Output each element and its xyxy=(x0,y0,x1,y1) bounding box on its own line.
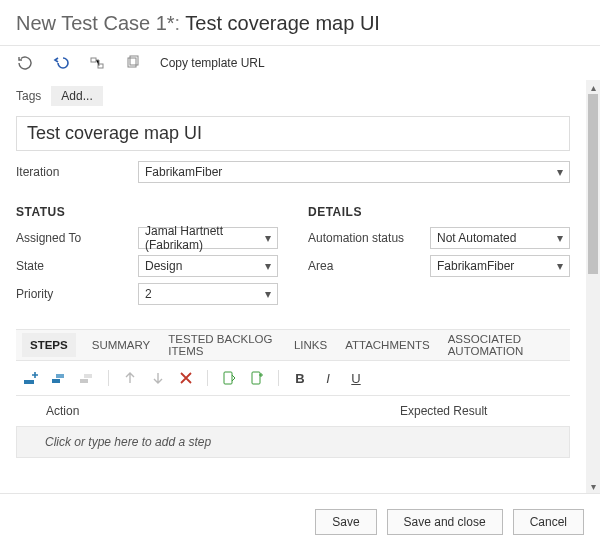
svg-rect-10 xyxy=(252,372,260,384)
iteration-label: Iteration xyxy=(16,165,138,179)
tags-row: Tags Add... xyxy=(16,80,570,116)
link-item-icon[interactable] xyxy=(88,54,106,72)
chevron-down-icon: ▾ xyxy=(557,259,563,273)
underline-icon[interactable]: U xyxy=(347,369,365,387)
toolbar-separator xyxy=(207,370,208,386)
add-tag-button[interactable]: Add... xyxy=(51,86,102,106)
automation-status-select[interactable]: Not Automated ▾ xyxy=(430,227,570,249)
svg-rect-6 xyxy=(56,374,64,378)
tab-automation[interactable]: ASSOCIATED AUTOMATION xyxy=(446,327,564,363)
steps-columns: Action Expected Result xyxy=(16,396,570,426)
cancel-button[interactable]: Cancel xyxy=(513,509,584,535)
priority-label: Priority xyxy=(16,287,138,301)
chevron-down-icon: ▾ xyxy=(557,231,563,245)
svg-rect-9 xyxy=(224,372,232,384)
copy-template-link[interactable]: Copy template URL xyxy=(160,56,265,70)
insert-shared-step-icon[interactable] xyxy=(50,369,68,387)
chevron-down-icon: ▾ xyxy=(557,165,563,179)
svg-rect-2 xyxy=(128,58,136,67)
delete-step-icon[interactable] xyxy=(177,369,195,387)
tab-links[interactable]: LINKS xyxy=(292,333,329,357)
footer: Save Save and close Cancel xyxy=(0,493,600,549)
top-toolbar: Copy template URL xyxy=(0,46,600,80)
svg-rect-7 xyxy=(80,379,88,383)
area-select[interactable]: FabrikamFiber ▾ xyxy=(430,255,570,277)
save-button[interactable]: Save xyxy=(315,509,376,535)
italic-icon[interactable]: I xyxy=(319,369,337,387)
details-heading: DETAILS xyxy=(308,205,570,219)
svg-rect-0 xyxy=(91,58,96,62)
move-down-icon[interactable] xyxy=(149,369,167,387)
attach-file-icon[interactable] xyxy=(220,369,238,387)
scroll-up-icon[interactable]: ▴ xyxy=(586,80,600,94)
svg-rect-5 xyxy=(52,379,60,383)
toolbar-separator xyxy=(278,370,279,386)
automation-status-value: Not Automated xyxy=(437,231,516,245)
chevron-down-icon: ▾ xyxy=(265,259,271,273)
tab-tested-backlog[interactable]: TESTED BACKLOG ITEMS xyxy=(166,327,278,363)
priority-value: 2 xyxy=(145,287,152,301)
insert-param-step-icon[interactable] xyxy=(78,369,96,387)
main-panel: Tags Add... Iteration FabrikamFiber ▾ ST… xyxy=(0,80,586,493)
automation-status-label: Automation status xyxy=(308,231,430,245)
svg-rect-3 xyxy=(130,56,138,65)
column-action: Action xyxy=(46,404,400,418)
title-separator: : xyxy=(175,12,186,34)
vertical-scrollbar[interactable]: ▴ ▾ xyxy=(586,80,600,493)
title-input[interactable] xyxy=(16,116,570,151)
state-value: Design xyxy=(145,259,182,273)
tab-strip: STEPS SUMMARY TESTED BACKLOG ITEMS LINKS… xyxy=(16,329,570,361)
add-attachment-icon[interactable] xyxy=(248,369,266,387)
chevron-down-icon: ▾ xyxy=(265,287,271,301)
tags-label: Tags xyxy=(16,89,41,103)
status-heading: STATUS xyxy=(16,205,278,219)
iteration-value: FabrikamFiber xyxy=(145,165,222,179)
status-section: STATUS Assigned To Jamal Hartnett (Fabri… xyxy=(16,205,278,311)
refresh-icon[interactable] xyxy=(16,54,34,72)
scroll-track[interactable] xyxy=(586,94,600,479)
svg-rect-4 xyxy=(24,380,34,384)
details-section: DETAILS Automation status Not Automated … xyxy=(308,205,570,311)
assigned-to-label: Assigned To xyxy=(16,231,138,245)
scroll-thumb[interactable] xyxy=(588,94,598,274)
header: New Test Case 1*: Test coverage map UI xyxy=(0,0,600,43)
svg-rect-8 xyxy=(84,374,92,378)
insert-step-icon[interactable] xyxy=(22,369,40,387)
state-label: State xyxy=(16,259,138,273)
scroll-down-icon[interactable]: ▾ xyxy=(586,479,600,493)
steps-toolbar: B I U xyxy=(16,361,570,396)
move-up-icon[interactable] xyxy=(121,369,139,387)
iteration-row: Iteration FabrikamFiber ▾ xyxy=(16,161,570,183)
copy-icon[interactable] xyxy=(124,54,142,72)
work-item-id: New Test Case 1* xyxy=(16,12,175,34)
column-expected: Expected Result xyxy=(400,404,560,418)
area-label: Area xyxy=(308,259,430,273)
add-step-placeholder[interactable]: Click or type here to add a step xyxy=(16,426,570,458)
work-item-title: Test coverage map UI xyxy=(185,12,380,34)
area-value: FabrikamFiber xyxy=(437,259,514,273)
save-and-close-button[interactable]: Save and close xyxy=(387,509,503,535)
undo-icon[interactable] xyxy=(52,54,70,72)
tab-summary[interactable]: SUMMARY xyxy=(90,333,153,357)
chevron-down-icon: ▾ xyxy=(265,231,271,245)
assigned-to-select[interactable]: Jamal Hartnett (Fabrikam) ▾ xyxy=(138,227,278,249)
assigned-to-value: Jamal Hartnett (Fabrikam) xyxy=(145,224,265,252)
bold-icon[interactable]: B xyxy=(291,369,309,387)
tab-attachments[interactable]: ATTACHMENTS xyxy=(343,333,432,357)
priority-select[interactable]: 2 ▾ xyxy=(138,283,278,305)
tab-steps[interactable]: STEPS xyxy=(22,333,76,357)
toolbar-separator xyxy=(108,370,109,386)
iteration-select[interactable]: FabrikamFiber ▾ xyxy=(138,161,570,183)
state-select[interactable]: Design ▾ xyxy=(138,255,278,277)
